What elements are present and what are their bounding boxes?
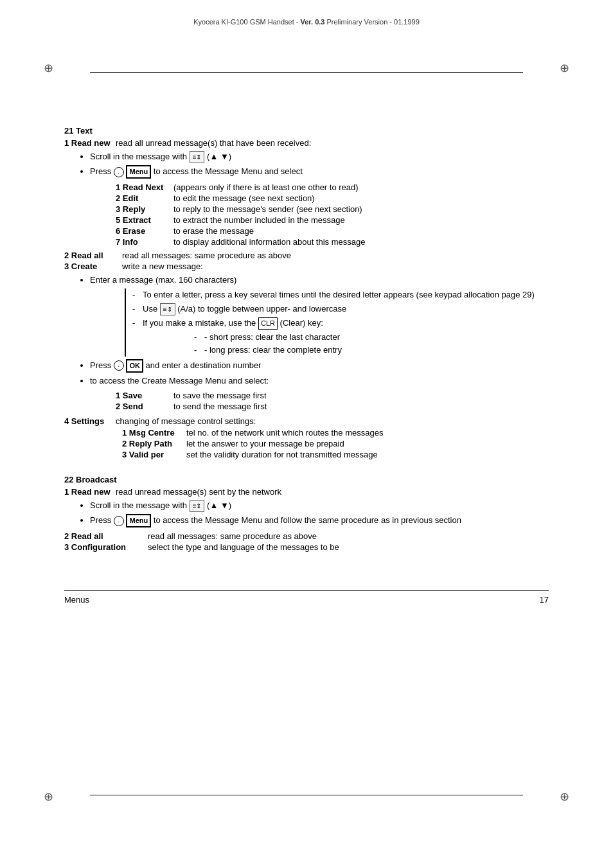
scroll-icon-21: ≡⇕ — [190, 151, 205, 163]
settings-val-1: let the answer to your message be prepai… — [186, 439, 549, 448]
sub-key-3: 5 Extract — [116, 215, 173, 225]
sub-val-3: to extract the number included in the me… — [173, 215, 549, 225]
scroll-icon-create: ≡⇕ — [160, 303, 175, 315]
header-text: Kyocera KI-G100 GSM Handset - — [193, 18, 300, 26]
footer-right: 17 — [540, 595, 549, 605]
scroll-icon-22: ≡⇕ — [190, 500, 205, 512]
create-dash-0-text: To enter a letter, press a key several t… — [143, 290, 535, 299]
create-sub-dash-1: - long press: clear the complete entry — [194, 344, 549, 357]
sub-item-3: 5 Extract to extract the number included… — [116, 215, 549, 225]
read-new-key: 1 Read new — [64, 138, 116, 148]
bc-press-suffix: to access the Message Menu and follow th… — [154, 515, 461, 525]
bc-read-all-val: read all messages: same procedure as abo… — [148, 531, 549, 541]
read-new-bullets: Scroll in the message with ≡⇕ (▲ ▼) Pres… — [90, 150, 549, 179]
create-dash-3-suffix: (Clear) key: — [280, 318, 323, 328]
create-access-bullet: to access the Create Message Menu and se… — [90, 375, 549, 387]
create-sub-dash-0: - short press: clear the last character — [194, 331, 549, 344]
bc-config-key: 3 Configuration — [64, 542, 148, 552]
settings-val-2: set the validity duration for not transm… — [186, 450, 549, 459]
create-menu-table: 1 Save to save the message first 2 Send … — [116, 391, 549, 411]
sub-key-4: 6 Erase — [116, 226, 173, 236]
bc-scroll-prefix: Scroll in the message with — [90, 500, 187, 510]
bc-read-new-desc: read unread message(s) sent by the netwo… — [116, 487, 549, 497]
bc-menu-circle-icon: · — [114, 516, 124, 526]
menu-key-label: Menu — [126, 165, 151, 179]
bc-bullet-press: Press · Menu to access the Message Menu … — [90, 514, 549, 527]
ok-key-label: OK — [126, 359, 143, 373]
settings-val-0: tel no. of the network unit which routes… — [186, 428, 549, 438]
header-version: Ver. 0.3 — [301, 18, 325, 26]
footer-divider — [64, 590, 549, 591]
create-menu-key-1: 2 Send — [116, 402, 173, 411]
create-bullets: Enter a message (max. 160 characters) To… — [90, 274, 549, 387]
settings-item-1: 2 Reply Path let the answer to your mess… — [122, 439, 549, 448]
create-key: 3 Create — [64, 261, 122, 271]
page-header: Kyocera KI-G100 GSM Handset - Ver. 0.3 P… — [0, 0, 613, 32]
settings-sub-table: 1 Msg Centre tel no. of the network unit… — [122, 428, 549, 459]
bc-scroll-suffix: (▲ ▼) — [207, 500, 231, 510]
create-dash-0: To enter a letter, press a key several t… — [132, 288, 549, 301]
create-menu-1: 2 Send to send the message first — [116, 402, 549, 411]
settings-key-1: 2 Reply Path — [122, 439, 186, 448]
create-press-bullet: Press · OK and enter a destination numbe… — [90, 359, 549, 373]
create-bullet-0: Enter a message (max. 160 characters) To… — [90, 274, 549, 357]
settings-key-0: 1 Msg Centre — [122, 428, 186, 438]
main-content: 21 Text 1 Read new read all unread messa… — [0, 32, 613, 693]
sub-item-1: 2 Edit to edit the message (see next sec… — [116, 193, 549, 203]
settings-desc: changing of message control settings: — [116, 416, 549, 426]
sub-item-2: 3 Reply to reply to the message's sender… — [116, 204, 549, 214]
create-val: write a new message: — [122, 261, 549, 271]
bullet-scroll-suffix: (▲ ▼) — [207, 152, 231, 161]
menu-circle-icon: · — [114, 167, 124, 177]
footer-row: Menus 17 — [64, 594, 549, 610]
section-22-heading: 22 Broadcast — [64, 475, 549, 484]
footer-left: Menus — [64, 595, 89, 605]
create-dash-2-suffix: (A/a) to toggle between upper- and lower… — [177, 304, 346, 314]
read-all-val: read all messages: same procedure as abo… — [122, 251, 549, 260]
create-dash-1: Use ≡⇕ (A/a) to toggle between upper- an… — [132, 303, 549, 315]
bc-bullet-scroll: Scroll in the message with ≡⇕ (▲ ▼) — [90, 499, 549, 512]
settings-item-0: 1 Msg Centre tel no. of the network unit… — [122, 428, 549, 438]
create-bullet-0-text: Enter a message (max. 160 characters) — [90, 275, 236, 285]
sub-val-4: to erase the message — [173, 226, 549, 236]
create-menu-val-1: to send the message first — [173, 402, 549, 411]
bc-config-row: 3 Configuration select the type and lang… — [64, 542, 549, 552]
settings-item-2: 3 Valid per set the validity duration fo… — [122, 450, 549, 459]
sub-items-table: 1 Read Next (appears only if there is at… — [116, 182, 549, 247]
create-press-prefix: Press — [90, 360, 111, 370]
create-dash-3-prefix: If you make a mistake, use the — [143, 318, 256, 328]
read-new-desc: read all unread message(s) that have bee… — [116, 138, 549, 148]
section-21: 21 Text 1 Read new read all unread messa… — [64, 126, 549, 459]
header-version-rest: Preliminary Version - 01.1999 — [324, 18, 419, 26]
settings-row: 4 Settings changing of message control s… — [64, 416, 549, 426]
create-dash-list: To enter a letter, press a key several t… — [132, 288, 549, 356]
create-menu-val-0: to save the message first — [173, 391, 549, 400]
sub-val-2: to reply to the message's sender (see ne… — [173, 204, 549, 214]
hline-bottom — [90, 795, 523, 795]
create-sub-dashes: - short press: clear the last character … — [194, 331, 549, 357]
sub-item-0: 1 Read Next (appears only if there is at… — [116, 182, 549, 192]
bc-read-all-row: 2 Read all read all messages: same proce… — [64, 531, 549, 541]
sub-val-1: to edit the message (see next section) — [173, 193, 549, 203]
create-press-suffix: and enter a destination number — [146, 360, 262, 370]
bc-menu-key: Menu — [126, 514, 151, 527]
read-all-key: 2 Read all — [64, 251, 122, 260]
corner-mark-tl: ⊕ — [44, 61, 53, 75]
press-menu-suffix: to access the Message Menu and select — [154, 166, 303, 176]
footer-area: Menus 17 — [64, 590, 549, 610]
settings-key-2: 3 Valid per — [122, 450, 186, 459]
read-all-row: 2 Read all read all messages: same proce… — [64, 251, 549, 260]
sub-val-5: to display additional information about … — [173, 237, 549, 247]
section-22: 22 Broadcast 1 Read new read unread mess… — [64, 475, 549, 552]
create-dash-2-prefix: Use — [143, 304, 157, 314]
bc-read-new-row: 1 Read new read unread message(s) sent b… — [64, 487, 549, 497]
bc-read-all-key: 2 Read all — [64, 531, 148, 541]
corner-mark-br: ⊕ — [560, 790, 569, 804]
bullet-scroll: Scroll in the message with ≡⇕ (▲ ▼) — [90, 150, 549, 163]
sub-val-0: (appears only if there is at least one o… — [173, 182, 549, 192]
create-dash-2: If you make a mistake, use the CLR (Clea… — [132, 317, 549, 357]
bc-read-new-key: 1 Read new — [64, 487, 116, 497]
settings-key: 4 Settings — [64, 416, 116, 426]
clear-key: CLR — [258, 317, 278, 330]
read-new-row: 1 Read new read all unread message(s) th… — [64, 138, 549, 148]
